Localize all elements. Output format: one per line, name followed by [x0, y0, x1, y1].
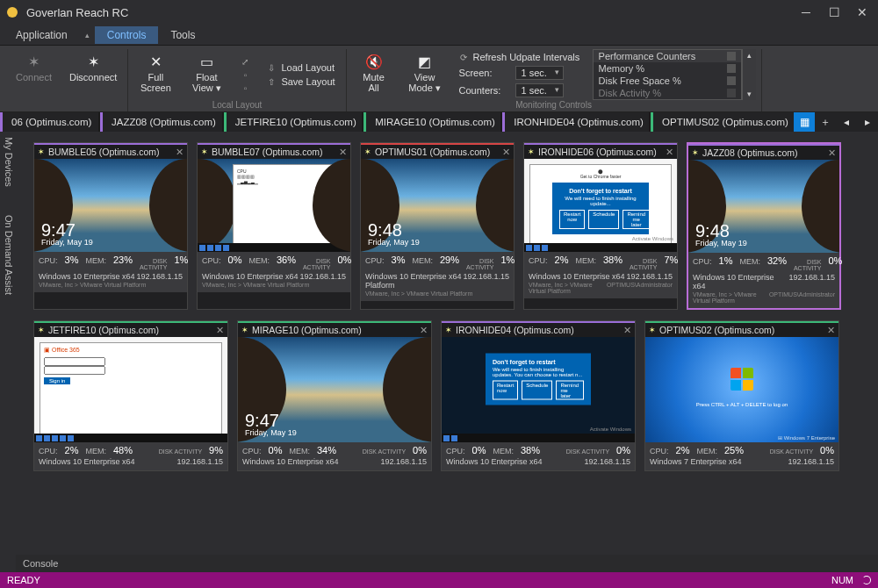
local-layout-caption: Local Layout [133, 100, 340, 111]
expand-icon[interactable]: ⤢ [241, 57, 249, 67]
scroll-left-button[interactable]: ◂ [836, 112, 857, 132]
session-thumbnail[interactable]: ✶ BUMBLE07 (Optimus.com) ✕ CPU▥▥▥▥▁▃▅▂▃▁… [197, 142, 351, 310]
monitoring-caption: Monitoring Controls [352, 100, 756, 111]
grid-view-button[interactable]: ▦ [794, 112, 815, 132]
thumbnail-title: BUMBLE07 (Optimus.com) [212, 147, 335, 157]
disconnect-icon: ✶ [88, 53, 99, 70]
session-thumbnail[interactable]: ✶ OPTIMUS02 (Optimus.com) ✕ Press CTRL +… [644, 320, 839, 471]
session-thumbnail[interactable]: ✶ BUMBLE05 (Optimus.com) ✕ 9:47Friday, M… [33, 142, 188, 310]
thumbnail-stats: CPU:1% MEM:32% DISK ACTIVITY0% Windows 1… [688, 253, 839, 308]
session-thumbnail[interactable]: ✶ JETFIRE10 (Optimus.com) ✕ ▣ Office 365… [33, 320, 228, 471]
thumbnail-title: IRONHIDE06 (Optimus.com) [538, 147, 662, 157]
session-thumbnail[interactable]: ✶ MIRAGE10 (Optimus.com) ✕ 9:47Friday, M… [237, 320, 432, 471]
close-button[interactable]: ✕ [853, 5, 871, 19]
ribbon: ✶ Connect ✶ Disconnect ✕ Full Screen ▭ F… [0, 46, 878, 112]
close-icon[interactable]: ✕ [828, 147, 836, 158]
menu-tools[interactable]: Tools [158, 26, 207, 44]
close-icon[interactable]: ✕ [339, 147, 347, 157]
session-icon: ✶ [241, 326, 248, 334]
app-icon [7, 7, 18, 18]
session-icon: ✶ [38, 326, 45, 334]
close-icon[interactable]: ✕ [502, 147, 510, 157]
thumbnail-stats: CPU:3% MEM:29% DISK ACTIVITY1% Windows 1… [361, 252, 514, 301]
refresh-icon: ⟳ [459, 53, 468, 62]
refresh-title: Refresh Udpate Intervals [473, 52, 580, 62]
session-tabs: 06 (Optimus.com) JAZZ08 (Optimus.com) JE… [0, 112, 878, 132]
thumbnail-stats: CPU:3% MEM:23% DISK ACTIVITY1% Windows 1… [34, 252, 187, 292]
connect-button: ✶ Connect [11, 49, 57, 100]
thumbnail-title: JAZZ08 (Optimus.com) [702, 147, 824, 158]
minimize-button[interactable]: ─ [797, 5, 815, 19]
workspace: ✶ BUMBLE05 (Optimus.com) ✕ 9:47Friday, M… [16, 132, 878, 555]
menu-application[interactable]: Application [4, 26, 80, 44]
close-icon[interactable]: ✕ [420, 325, 428, 335]
view-mode-icon: ◩ [418, 53, 431, 70]
reload-icon[interactable] [862, 576, 871, 584]
tab-session[interactable]: OPTIMUS02 (Optimus.com) [651, 112, 794, 132]
collapse-icon[interactable]: ▫ [241, 70, 249, 80]
view-mode-button[interactable]: ◩ View Mode ▾ [403, 49, 447, 100]
tab-session[interactable]: MIRAGE10 (Optimus.com) [363, 112, 500, 132]
thumbnail-stats: CPU:0% MEM:36% DISK ACTIVITY0% Windows 1… [198, 252, 350, 292]
perf-scrollbar[interactable]: ▴▾ [742, 49, 756, 100]
session-thumbnail[interactable]: ✶ OPTIMUS01 (Optimus.com) ✕ 9:48Friday, … [360, 142, 515, 310]
close-icon[interactable]: ✕ [216, 325, 224, 335]
thumbnail-title: IRONHIDE04 (Optimus.com) [456, 325, 620, 335]
side-on-demand[interactable]: On Demand Assist [0, 210, 16, 300]
console-tab[interactable]: Console [23, 558, 58, 569]
thumbnail-header: ✶ MIRAGE10 (Optimus.com) ✕ [238, 321, 431, 337]
float-view-button[interactable]: ▭ Float View ▾ [184, 49, 228, 100]
checkbox-icon[interactable] [727, 52, 736, 61]
tab-session[interactable]: JAZZ08 (Optimus.com) [100, 112, 222, 132]
session-thumbnail[interactable]: ✶ JAZZ08 (Optimus.com) ✕ 9:48Friday, May… [687, 142, 841, 310]
screen-label: Screen: [459, 68, 510, 78]
session-thumbnail[interactable]: ✶ IRONHIDE04 (Optimus.com) ✕ Don't forge… [441, 320, 636, 471]
thumbnail-title: OPTIMUS02 (Optimus.com) [659, 325, 824, 335]
save-layout-button[interactable]: ⇧Save Layout [267, 76, 335, 87]
tab-session[interactable]: JETFIRE10 (Optimus.com) [224, 112, 362, 132]
load-layout-button[interactable]: ⇩Load Layout [267, 62, 335, 73]
tab-session[interactable]: 06 (Optimus.com) [0, 112, 98, 132]
thumbnail-header: ✶ IRONHIDE06 (Optimus.com) ✕ [524, 143, 677, 159]
session-icon: ✶ [649, 326, 656, 334]
close-icon[interactable]: ✕ [666, 147, 673, 157]
thumbnail-title: OPTIMUS01 (Optimus.com) [375, 147, 499, 157]
thumbnail-header: ✶ OPTIMUS02 (Optimus.com) ✕ [645, 321, 838, 337]
maximize-button[interactable]: ☐ [825, 5, 843, 19]
thumbnail-title: JETFIRE10 (Optimus.com) [48, 325, 212, 335]
add-tab-button[interactable]: ＋ [815, 112, 836, 132]
fullscreen-button[interactable]: ✕ Full Screen [133, 49, 177, 100]
thumbnail-stats: CPU:0% MEM:34% DISK ACTIVITY0% Windows 1… [238, 442, 431, 470]
thumbnail-stats: CPU:0% MEM:38% DISK ACTIVITY0% Windows 1… [442, 442, 635, 470]
side-my-devices[interactable]: My Devices [0, 132, 16, 192]
thumbnail-header: ✶ JETFIRE10 (Optimus.com) ✕ [34, 321, 227, 337]
close-icon[interactable]: ✕ [176, 147, 184, 157]
close-icon[interactable]: ✕ [623, 325, 631, 335]
mute-icon: 🔇 [365, 53, 383, 70]
fullscreen-icon: ✕ [150, 53, 162, 70]
menu-controls[interactable]: Controls [95, 26, 159, 44]
screen-interval-select[interactable]: 1 sec. [515, 66, 564, 80]
thumbnail-stats: CPU:2% MEM:48% DISK ACTIVITY9% Windows 1… [34, 442, 227, 470]
thumbnail-header: ✶ JAZZ08 (Optimus.com) ✕ [688, 144, 839, 160]
menu-bar: Application ▴ Controls Tools [0, 25, 878, 46]
performance-counters-list[interactable]: Performance Counters Memory % Disk Free … [593, 49, 742, 100]
disconnect-button[interactable]: ✶ Disconnect [64, 49, 122, 100]
session-icon: ✶ [38, 147, 45, 156]
close-icon[interactable]: ✕ [827, 325, 835, 335]
tab-session[interactable]: IRONHIDE04 (Optimus.com) [502, 112, 649, 132]
menu-caret[interactable]: ▴ [80, 31, 95, 39]
mute-all-button[interactable]: 🔇 Mute All [352, 49, 396, 100]
counters-label: Counters: [459, 85, 510, 96]
status-bar: READY NUM [0, 572, 878, 588]
session-icon: ✶ [364, 147, 371, 156]
session-thumbnail[interactable]: ✶ IRONHIDE06 (Optimus.com) ✕ ⬤Get to Chr… [523, 142, 678, 310]
window-title: Goverlan Reach RC [26, 6, 797, 19]
counters-interval-select[interactable]: 1 sec. [515, 83, 564, 97]
session-icon: ✶ [201, 147, 208, 156]
thumbnail-title: BUMBLE05 (Optimus.com) [48, 147, 172, 157]
grid-small-icon[interactable]: ▫ [241, 83, 249, 93]
thumbnail-header: ✶ BUMBLE07 (Optimus.com) ✕ [198, 143, 350, 159]
scroll-right-button[interactable]: ▸ [857, 112, 878, 132]
thumbnail-header: ✶ OPTIMUS01 (Optimus.com) ✕ [361, 143, 514, 159]
